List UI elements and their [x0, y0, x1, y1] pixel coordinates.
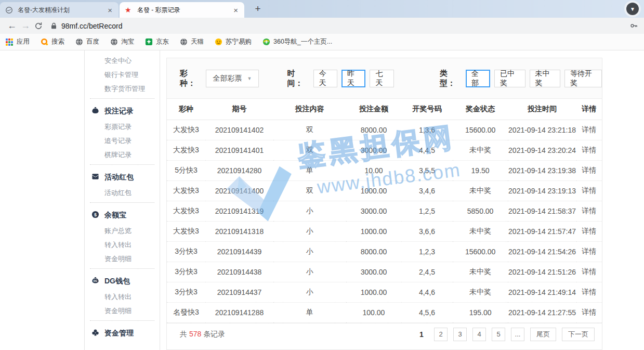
time-option-昨天[interactable]: 昨天: [341, 70, 365, 87]
sidebar-item-活动红包[interactable]: 活动红包: [85, 168, 160, 186]
cell-lottery[interactable]: 大发快3: [167, 201, 205, 221]
globe-icon: [75, 38, 83, 46]
back-button[interactable]: ←: [5, 20, 19, 31]
cell-status: 未中奖: [453, 180, 508, 201]
cell-lottery[interactable]: 3分快3: [167, 241, 205, 262]
sidebar-item-转入转出[interactable]: 转入转出: [85, 238, 160, 252]
cell-issue: 20210914438: [205, 262, 273, 282]
cell-time: 2021-09-14 23:21:18: [508, 120, 576, 140]
page-button-尾页[interactable]: 尾页: [530, 328, 556, 341]
password-key-icon[interactable]: [628, 22, 639, 30]
bookmark-item[interactable]: 天猫: [179, 37, 204, 46]
tab-plan[interactable]: 名發-大发精准计划 ×: [0, 2, 119, 18]
sidebar-item-资金明细[interactable]: 资金明细: [85, 252, 160, 266]
bookmark-item[interactable]: 百度: [75, 37, 99, 46]
sidebar-item-投注记录[interactable]: 投注记录: [85, 102, 160, 120]
column-header: 开奖号码: [401, 99, 452, 120]
bookmark-item[interactable]: 应用: [5, 37, 30, 46]
address-bar[interactable]: 98mf.cc/betRecord: [46, 19, 628, 33]
table-row: 名發快3202109141288单100.004,5,6195.002021-0…: [167, 302, 602, 322]
sidebar-item-转入转出[interactable]: 转入转出: [85, 290, 160, 304]
cell-content: 小: [273, 201, 346, 221]
cell-time: 2021-09-14 21:54:26: [508, 241, 576, 262]
column-header: 投注金额: [346, 99, 402, 120]
lock-icon: [51, 22, 57, 29]
sidebar-item-资金明细[interactable]: 资金明细: [85, 304, 160, 318]
new-tab-button[interactable]: +: [252, 3, 264, 16]
bookmark-item[interactable]: 苏宁易购: [214, 37, 252, 46]
tab-close-icon[interactable]: ×: [232, 6, 239, 15]
page-button-...[interactable]: ...: [511, 328, 524, 341]
dg-wallet-icon: DG: [91, 277, 100, 285]
cell-status: 未中奖: [453, 282, 508, 302]
sidebar-item-数字货币管理[interactable]: 数字货币管理: [85, 82, 160, 96]
cell-lottery[interactable]: 3分快3: [167, 262, 205, 282]
bookmark-item[interactable]: 360导航_一个主页...: [262, 37, 332, 46]
sidebar-item-DG钱包[interactable]: DGDG钱包: [85, 272, 160, 290]
table-row: 大发快3202109141400双1000.003,4,6未中奖2021-09-…: [167, 180, 602, 201]
page-button-下一页[interactable]: 下一页: [562, 328, 595, 341]
time-filter-label: 时间：: [287, 69, 309, 88]
time-option-七天[interactable]: 七天: [370, 70, 393, 87]
page-button-5[interactable]: 5: [492, 328, 505, 341]
sidebar-item-活动红包[interactable]: 活动红包: [85, 186, 160, 200]
sidebar-item-银行卡管理[interactable]: 银行卡管理: [85, 68, 160, 82]
column-header: 投注时间: [508, 99, 576, 120]
lottery-select[interactable]: 全部彩票 ▼: [206, 70, 258, 87]
detail-link[interactable]: 详情: [576, 262, 602, 282]
detail-link[interactable]: 详情: [576, 120, 602, 140]
detail-link[interactable]: 详情: [576, 201, 602, 221]
bookmark-label: 淘宝: [121, 37, 134, 46]
cell-content: 单: [273, 160, 346, 180]
tab-close-icon[interactable]: ×: [107, 6, 113, 15]
sidebar-item-label: 资金管理: [104, 324, 134, 342]
detail-link[interactable]: 详情: [576, 160, 602, 180]
cell-issue: 202109141288: [205, 302, 273, 322]
bookmark-item[interactable]: 淘宝: [110, 37, 134, 46]
sidebar-item-彩票记录[interactable]: 彩票记录: [85, 120, 160, 134]
detail-link[interactable]: 详情: [576, 241, 602, 262]
reload-icon[interactable]: [34, 22, 43, 30]
cell-status: 19.50: [453, 160, 508, 180]
browser-menu-button[interactable]: ▼: [624, 1, 641, 17]
chevron-down-icon: ▼: [626, 3, 639, 15]
bookmark-item[interactable]: 搜索: [40, 37, 64, 46]
sidebar-item-安全中心[interactable]: 安全中心: [85, 54, 160, 68]
cell-lottery[interactable]: 大发快3: [167, 140, 205, 160]
cell-lottery[interactable]: 5分快3: [167, 160, 205, 180]
sidebar-item-label: DG钱包: [104, 272, 130, 290]
cell-lottery[interactable]: 大发快3: [167, 221, 205, 241]
page-button-2[interactable]: 2: [434, 328, 448, 341]
type-option-未中奖[interactable]: 未中奖: [530, 70, 560, 87]
type-option-已中奖[interactable]: 已中奖: [494, 70, 525, 87]
cell-lottery[interactable]: 3分快3: [167, 282, 205, 302]
cell-lottery[interactable]: 名發快3: [167, 302, 205, 322]
column-header: 彩种: [167, 99, 205, 120]
detail-link[interactable]: 详情: [576, 140, 602, 160]
sidebar-item-资金管理[interactable]: 资金管理: [85, 324, 160, 342]
cell-time: 2021-09-14 21:49:14: [508, 282, 576, 302]
cell-amount: 1000.00: [346, 180, 402, 201]
page-button-3[interactable]: 3: [453, 328, 467, 341]
detail-link[interactable]: 详情: [576, 282, 602, 302]
detail-link[interactable]: 详情: [576, 302, 602, 322]
sidebar-item-追号记录[interactable]: 追号记录: [85, 134, 160, 148]
cell-time: 2021-09-14 23:19:38: [508, 160, 576, 180]
tab-title: 名發 - 彩票记录: [137, 6, 232, 15]
time-option-今天[interactable]: 今天: [313, 70, 337, 87]
bookmark-item[interactable]: 京东: [144, 37, 169, 46]
detail-link[interactable]: 详情: [576, 180, 602, 201]
cell-content: 双: [273, 140, 346, 160]
cell-lottery[interactable]: 大发快3: [167, 180, 205, 201]
detail-link[interactable]: 详情: [576, 221, 602, 241]
type-option-全部[interactable]: 全部: [466, 70, 490, 87]
type-option-等待开奖[interactable]: 等待开奖: [564, 70, 602, 87]
sidebar-item-余额宝[interactable]: $余额宝: [85, 206, 160, 224]
cell-lottery[interactable]: 大发快3: [167, 120, 205, 140]
page-button-4[interactable]: 4: [472, 328, 486, 341]
tab-bet-record[interactable]: ★ 名發 - 彩票记录 ×: [120, 2, 244, 18]
forward-button[interactable]: →: [19, 20, 32, 31]
sidebar-item-棋牌记录[interactable]: 棋牌记录: [85, 148, 160, 162]
sidebar-item-账户总览[interactable]: 账户总览: [85, 224, 160, 238]
cell-amount: 10.00: [346, 160, 402, 180]
